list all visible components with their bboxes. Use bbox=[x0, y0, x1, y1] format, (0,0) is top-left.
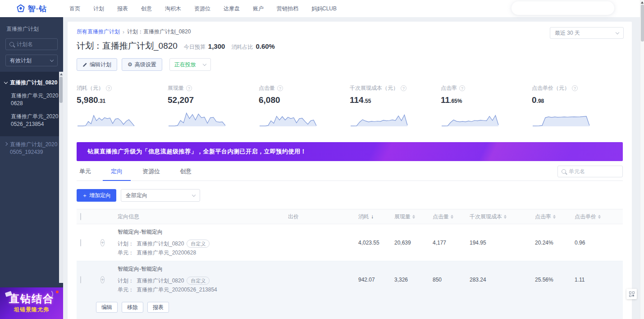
budget-label: 今日预算 bbox=[184, 43, 206, 51]
sparkline-ctr bbox=[441, 110, 504, 129]
nav-item-resource[interactable]: 资源位 bbox=[194, 5, 210, 13]
sparkline-row bbox=[77, 110, 623, 129]
chevron-down-icon bbox=[192, 193, 196, 197]
nav-item-marketing[interactable]: 营销拍档 bbox=[277, 5, 298, 13]
targeting-name: 智能定向-智能定向 bbox=[118, 265, 281, 273]
help-icon[interactable]: ? bbox=[277, 85, 283, 91]
qr-code-icon[interactable] bbox=[626, 289, 637, 299]
unit-search[interactable] bbox=[557, 166, 623, 177]
nav-item-mamaclub[interactable]: 妈妈CLUB bbox=[311, 5, 337, 13]
cell-clicks: 850 bbox=[426, 277, 463, 283]
scrollbar-thumb[interactable] bbox=[641, 5, 644, 42]
report-row-button[interactable]: 报表 bbox=[147, 302, 169, 313]
sidebar-title: 直播推广计划 bbox=[0, 17, 63, 37]
tree-item-unit-20200628[interactable]: 直播推广单元_20200628 bbox=[0, 89, 63, 110]
targeting-filter-select[interactable]: 全部定向 bbox=[121, 189, 200, 202]
custom-tag: 自定义 bbox=[187, 240, 210, 248]
chevron-down-icon bbox=[616, 31, 619, 34]
sparkline-impressions bbox=[168, 110, 231, 129]
expand-row-icon[interactable]: + bbox=[100, 276, 105, 283]
logo[interactable]: 智·钻 bbox=[0, 4, 63, 14]
expand-row-icon[interactable]: + bbox=[100, 239, 105, 246]
breadcrumb-root-link[interactable]: 所有直播推广计划 bbox=[77, 28, 120, 36]
help-icon[interactable]: ? bbox=[106, 85, 112, 91]
tree-item-unit-20200526[interactable]: 直播推广单元_20200526_213854 bbox=[0, 110, 63, 131]
sparkline-clicks bbox=[259, 110, 322, 129]
tab-unit[interactable]: 单元 bbox=[79, 167, 91, 176]
col-cpm[interactable]: 千次展现成本 bbox=[463, 213, 528, 221]
row-checkbox[interactable] bbox=[80, 239, 81, 246]
upgrade-banner[interactable]: 钻展直播推广升级为「信息流超级推荐」，全新平台内测已开启，立即预约使用！ bbox=[77, 142, 623, 161]
col-impressions[interactable]: 展现量 bbox=[388, 213, 426, 221]
nav-item-creative[interactable]: 创意 bbox=[141, 5, 152, 13]
stat-cost: 消耗（元）? 5,980.31 bbox=[77, 84, 168, 105]
sparkline-cpc bbox=[532, 110, 595, 129]
cell-cost: 4,023.55 bbox=[352, 240, 388, 246]
sort-icon bbox=[504, 215, 507, 219]
tab-creative[interactable]: 创意 bbox=[180, 167, 192, 176]
col-targeting-info: 定向信息 bbox=[111, 213, 281, 221]
plan-tree: 直播推广计划_0820 直播推广单元_20200628 直播推广单元_20200… bbox=[0, 72, 63, 159]
cell-clicks: 4,177 bbox=[426, 240, 463, 246]
ratio-label: 消耗占比 bbox=[231, 43, 253, 51]
nav-item-taojimu[interactable]: 淘积木 bbox=[165, 5, 181, 13]
help-icon[interactable]: ? bbox=[186, 85, 192, 91]
logo-icon bbox=[16, 4, 25, 13]
sidebar: 直播推广计划 有效计划 直播推广计划_0820 直播推广单元_20200628 … bbox=[0, 17, 63, 319]
sidebar-search[interactable] bbox=[5, 38, 58, 50]
sort-icon bbox=[598, 215, 601, 219]
tab-targeting[interactable]: 定向 bbox=[111, 167, 123, 176]
row-checkbox[interactable] bbox=[80, 276, 81, 283]
help-icon[interactable]: ? bbox=[401, 85, 406, 91]
sparkline-cost bbox=[77, 110, 140, 129]
scrollbar-up-arrow-icon[interactable] bbox=[641, 1, 644, 4]
edit-plan-button[interactable]: 编辑计划 bbox=[77, 58, 117, 71]
table-row[interactable]: + 智能定向-智能定向 计划：直播推广计划_0820自定义 单元：直播推广单元_… bbox=[77, 261, 623, 298]
tree-selected-group: 直播推广计划_0820 直播推广单元_20200628 直播推广单元_20200… bbox=[0, 72, 63, 136]
col-clicks[interactable]: 点击量 bbox=[426, 213, 463, 221]
help-icon[interactable]: ? bbox=[572, 85, 578, 91]
tree-item-plan-20200505[interactable]: 直播推广计划_20200505_192439 bbox=[0, 138, 63, 159]
status-select[interactable]: 正在投放 bbox=[169, 58, 211, 71]
col-cost[interactable]: 消耗↓ bbox=[352, 213, 388, 221]
col-ctr[interactable]: 点击率 bbox=[528, 213, 568, 221]
sparkline-cpm bbox=[350, 110, 413, 129]
tabs: 单元 定向 资源位 创意 bbox=[77, 167, 623, 181]
targeting-toolbar: ＋ 增加定向 全部定向 bbox=[77, 189, 623, 202]
cell-impressions: 20,639 bbox=[388, 240, 426, 246]
plan-filter-select[interactable]: 有效计划 bbox=[5, 55, 58, 66]
user-area-blob bbox=[512, 1, 614, 15]
cell-ctr: 20.24% bbox=[528, 240, 568, 246]
table-row[interactable]: + 智能定向-智能定向 计划：直播推广计划_0820自定义 单元：直播推广单元_… bbox=[77, 224, 623, 261]
tree-scrollbar-up-icon[interactable] bbox=[60, 73, 63, 75]
nav-item-report[interactable]: 报表 bbox=[117, 5, 128, 13]
chevron-down-icon bbox=[203, 62, 206, 66]
plan-filter-value: 有效计划 bbox=[10, 57, 32, 65]
tree-scrollbar-thumb[interactable] bbox=[59, 77, 63, 103]
top-menu: 首页 计划 报表 创意 淘积木 资源位 达摩盘 账户 营销拍档 妈妈CLUB bbox=[69, 5, 337, 13]
tree-scrollbar[interactable] bbox=[59, 72, 63, 283]
cell-cost: 942.07 bbox=[352, 277, 388, 283]
tab-resource[interactable]: 资源位 bbox=[142, 167, 160, 176]
edit-row-button[interactable]: 编辑 bbox=[96, 302, 118, 313]
add-targeting-button[interactable]: ＋ 增加定向 bbox=[77, 189, 116, 202]
nav-item-home[interactable]: 首页 bbox=[69, 5, 80, 13]
advanced-settings-button[interactable]: ⚙ 高级设置 bbox=[122, 58, 162, 71]
page-title: 计划：直播推广计划_0820 bbox=[77, 40, 178, 52]
window-scrollbar[interactable] bbox=[640, 0, 644, 319]
content-card: 所有直播推广计划 › 计划：直播推广计划_0820 最近 30 天 计划：直播推… bbox=[68, 22, 632, 319]
unit-search-input[interactable] bbox=[569, 168, 612, 175]
remove-row-button[interactable]: 移除 bbox=[122, 302, 143, 313]
help-icon[interactable]: ? bbox=[459, 85, 465, 91]
sort-icon bbox=[451, 215, 453, 219]
col-cpc[interactable]: 点击单价 bbox=[568, 213, 623, 221]
nav-item-damopan[interactable]: 达摩盘 bbox=[224, 5, 240, 13]
plan-search-input[interactable] bbox=[17, 41, 53, 47]
promo-banner[interactable]: 直钻结合 坦锚景隆尤弗 bbox=[0, 287, 63, 319]
nav-item-plan[interactable]: 计划 bbox=[93, 5, 104, 13]
nav-item-account[interactable]: 账户 bbox=[253, 5, 264, 13]
select-all-checkbox[interactable] bbox=[80, 213, 81, 220]
tree-item-plan-0820[interactable]: 直播推广计划_0820 bbox=[0, 76, 63, 89]
sort-icon bbox=[553, 215, 556, 219]
date-range-select[interactable]: 最近 30 天 bbox=[550, 27, 624, 39]
